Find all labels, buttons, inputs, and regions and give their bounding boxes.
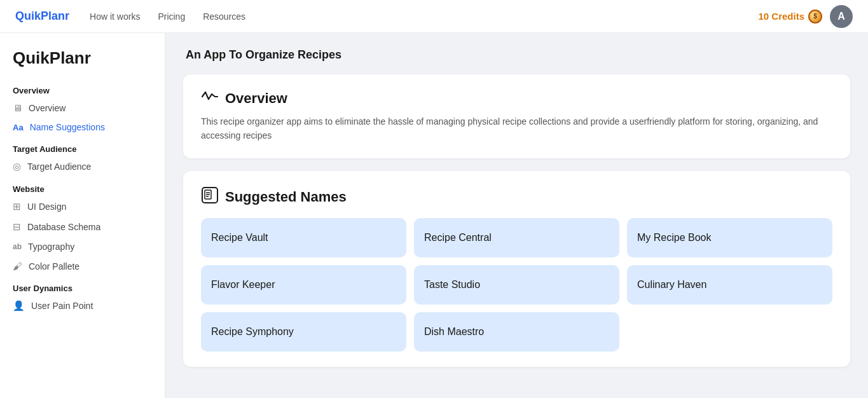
name-tile-7[interactable]: Dish Maestro: [414, 312, 619, 352]
sidebar-section-user-dynamics: User Dynamics: [0, 276, 165, 296]
overview-wave-icon: [201, 90, 219, 107]
coin-icon: $: [808, 10, 822, 24]
nav-pricing[interactable]: Pricing: [158, 11, 185, 22]
nav-links: How it works Pricing Resources: [90, 11, 758, 22]
sidebar-section-overview: Overview: [0, 78, 165, 98]
name-tile-3[interactable]: Flavor Keeper: [201, 265, 406, 305]
name-tile-5[interactable]: Culinary Haven: [627, 265, 832, 305]
sidebar-item-label: UI Design: [27, 202, 66, 212]
breadcrumb: An App To Organize Recipes: [183, 48, 850, 62]
layout: QuikPlanr Overview 🖥 Overview Aa Name Su…: [0, 33, 868, 398]
sidebar-item-label: Target Audience: [27, 161, 91, 172]
nav-resources[interactable]: Resources: [203, 11, 245, 22]
ui-design-icon: ⊞: [13, 201, 21, 212]
overview-icon: 🖥: [13, 102, 22, 113]
sidebar-section-website: Website: [0, 177, 165, 196]
suggested-names-card: Suggested Names Recipe Vault Recipe Cent…: [183, 171, 850, 367]
nav-logo[interactable]: QuikPlanr: [15, 10, 69, 23]
names-title: Suggested Names: [225, 189, 347, 205]
overview-title: Overview: [225, 90, 287, 107]
database-icon: ⊟: [13, 221, 21, 233]
names-icon: [201, 186, 219, 208]
target-icon: ◎: [13, 161, 21, 172]
user-icon: 👤: [13, 300, 25, 312]
overview-header: Overview: [201, 90, 832, 107]
nav-how-it-works[interactable]: How it works: [90, 11, 140, 22]
color-icon: 🖌: [13, 261, 22, 271]
name-suggestions-icon: Aa: [13, 123, 24, 132]
sidebar-brand: QuikPlanr: [0, 46, 165, 78]
credits-label: 10 Credits: [758, 11, 804, 22]
nav-right: 10 Credits $ A: [758, 5, 853, 28]
sidebar: QuikPlanr Overview 🖥 Overview Aa Name Su…: [0, 33, 165, 398]
overview-body: This recipe organizer app aims to elimin…: [201, 114, 832, 143]
sidebar-item-label: Name Suggestions: [30, 122, 105, 132]
topnav: QuikPlanr How it works Pricing Resources…: [0, 0, 868, 33]
sidebar-item-label: Overview: [29, 103, 65, 113]
name-grid: Recipe Vault Recipe Central My Recipe Bo…: [201, 218, 832, 352]
sidebar-item-user-pain-point[interactable]: 👤 User Pain Point: [0, 296, 165, 316]
name-tile-4[interactable]: Taste Studio: [414, 265, 619, 305]
sidebar-item-color-pallete[interactable]: 🖌 Color Pallete: [0, 256, 165, 276]
sidebar-item-label: Color Pallete: [29, 261, 79, 271]
sidebar-item-overview[interactable]: 🖥 Overview: [0, 98, 165, 118]
sidebar-item-database-schema[interactable]: ⊟ Database Schema: [0, 217, 165, 237]
sidebar-item-label: Typography: [28, 242, 74, 252]
main-content: An App To Organize Recipes Overview This…: [165, 33, 868, 398]
name-tile-0[interactable]: Recipe Vault: [201, 218, 406, 257]
user-avatar[interactable]: A: [830, 5, 853, 28]
name-tile-6[interactable]: Recipe Symphony: [201, 312, 406, 352]
typography-icon: ab: [13, 242, 22, 251]
sidebar-item-typography[interactable]: ab Typography: [0, 237, 165, 256]
overview-card: Overview This recipe organizer app aims …: [183, 74, 850, 158]
sidebar-item-name-suggestions[interactable]: Aa Name Suggestions: [0, 118, 165, 137]
credits-badge[interactable]: 10 Credits $: [758, 10, 822, 24]
sidebar-item-label: User Pain Point: [31, 301, 93, 311]
names-header: Suggested Names: [201, 186, 832, 208]
name-tile-1[interactable]: Recipe Central: [414, 218, 619, 257]
sidebar-item-target-audience[interactable]: ◎ Target Audience: [0, 156, 165, 177]
sidebar-section-target: Target Audience: [0, 137, 165, 156]
name-tile-2[interactable]: My Recipe Book: [627, 218, 832, 257]
sidebar-item-ui-design[interactable]: ⊞ UI Design: [0, 196, 165, 217]
sidebar-item-label: Database Schema: [27, 222, 100, 232]
